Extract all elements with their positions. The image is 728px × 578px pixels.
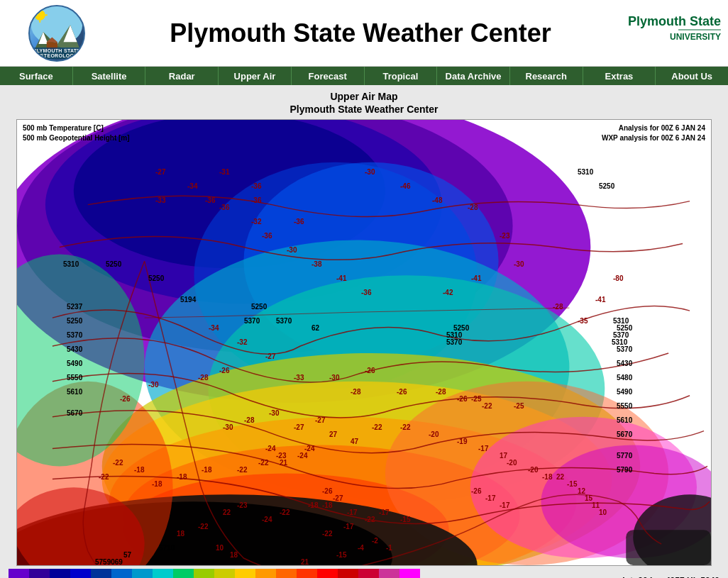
svg-rect-38 <box>626 530 711 565</box>
nav-research[interactable]: Research <box>510 67 583 85</box>
map-title: Upper Air Map <box>7 91 721 102</box>
nav-about-us[interactable]: About Us <box>656 67 728 85</box>
nav-tropical[interactable]: Tropical <box>365 67 438 85</box>
scale-bar-wrapper: 4950 5040 5130 5220 5310 5400 5490 5580 … <box>9 569 420 578</box>
site-logo: PLYMOUTH STATE METEOROLOGY <box>28 5 85 62</box>
nav-surface[interactable]: Surface <box>0 67 73 85</box>
svg-text:Plymouth State: Plymouth State <box>628 14 721 28</box>
color-scale-bar <box>9 569 420 578</box>
nav-data-archive[interactable]: Data Archive <box>437 67 510 85</box>
psu-logo-name: Plymouth State UNIVERSITY <box>622 10 721 57</box>
map-subtitle: Plymouth State Weather Center <box>7 104 721 115</box>
svg-text:UNIVERSITY: UNIVERSITY <box>670 32 721 42</box>
psu-logo: Plymouth State UNIVERSITY <box>614 10 721 57</box>
site-title: Plymouth State Weather Center <box>106 18 614 48</box>
main-content: Upper Air Map Plymouth State Weather Cen… <box>0 85 728 578</box>
svg-point-1 <box>35 9 45 20</box>
nav-forecast[interactable]: Forecast <box>292 67 365 85</box>
logo-text: PLYMOUTH STATE METEOROLOGY <box>30 48 84 59</box>
map-info-top-left: 500 mb Temperature [C] 500 mb Geopotenti… <box>23 123 130 143</box>
main-nav: Surface Satellite Radar Upper Air Foreca… <box>0 67 728 85</box>
site-header: PLYMOUTH STATE METEOROLOGY Plymouth Stat… <box>0 0 728 67</box>
map-info-top-right: Analysis for 00Z 6 JAN 24 WXP analysis f… <box>602 123 705 143</box>
nav-extras[interactable]: Extras <box>583 67 656 85</box>
weather-map: 500 mb Temperature [C] 500 mb Geopotenti… <box>16 119 712 566</box>
logo-area: PLYMOUTH STATE METEOROLOGY <box>7 5 106 62</box>
nav-satellite[interactable]: Satellite <box>73 67 146 85</box>
scale-info: Int: 30 Lo: 4957 Hi: 5940 <box>622 576 719 579</box>
nav-radar[interactable]: Radar <box>145 67 219 85</box>
nav-upper-air[interactable]: Upper Air <box>219 67 292 85</box>
scale-bar-container: 4950 5040 5130 5220 5310 5400 5490 5580 … <box>7 569 721 578</box>
